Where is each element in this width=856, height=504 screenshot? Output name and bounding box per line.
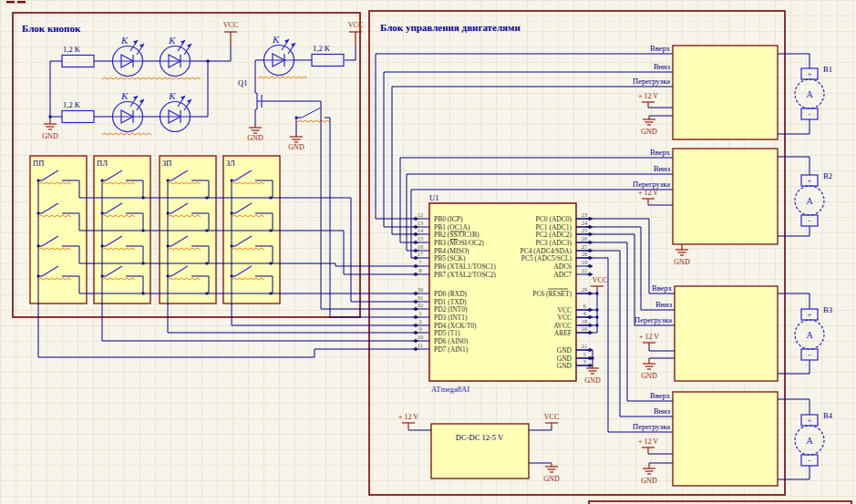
gnd-label: GND <box>288 143 304 151</box>
led-label: K <box>120 90 129 101</box>
gnd-label: GND <box>42 132 58 140</box>
dcdc-converter[interactable] <box>431 424 529 478</box>
mcu-pin-name: PB3 (MOSI/OC2) <box>434 239 484 247</box>
mcu-pin-number: 24 <box>582 220 588 226</box>
mcu-pin-number: 1 <box>418 310 421 316</box>
mcu-pin-name: AREF <box>554 329 572 337</box>
mcu-pin-number: 28 <box>582 251 588 257</box>
mcu-pin-number: 16 <box>418 243 424 250</box>
resistor-value: 1,2 K <box>63 100 81 109</box>
led-3[interactable]: K <box>113 90 145 132</box>
gnd-label: GND <box>641 128 657 136</box>
pin-marker-icon <box>413 324 418 327</box>
resistor-r2[interactable] <box>62 111 94 123</box>
junction-dot <box>142 293 145 295</box>
mcu-pin-number: 17 <box>418 251 424 257</box>
led-4[interactable]: K <box>160 90 192 132</box>
motor-b1[interactable]: + A - B1 <box>795 65 832 119</box>
gnd-label: GND <box>641 372 657 380</box>
led-arrowhead-icon <box>133 96 138 100</box>
mcu-pin-number: 10 <box>418 334 424 340</box>
junction-dot <box>37 275 40 278</box>
resistor-r3[interactable] <box>312 55 344 67</box>
pin-marker-icon <box>587 241 593 244</box>
motor-driver-3[interactable] <box>675 286 778 381</box>
driver2-down: Вниз <box>654 164 671 173</box>
gnd-label: GND <box>247 134 263 142</box>
led-arrowhead-icon <box>187 44 191 48</box>
switch-group-label: ПЛ <box>97 159 108 168</box>
led-5[interactable]: K <box>264 34 296 76</box>
mcu-pin-name: PC6 (RESET) <box>532 290 572 298</box>
driver3-up: Вверх <box>652 283 673 293</box>
mcu-pin-name: PC0 (ADC0) <box>536 215 572 223</box>
pin-marker-icon <box>587 256 593 260</box>
pin-marker-icon <box>587 217 593 221</box>
led-arrowhead-icon <box>187 99 191 104</box>
driver4-overload: Перегрузка <box>633 422 670 431</box>
switch-group-label: ЗЛ <box>226 159 235 168</box>
gnd-label: GND <box>674 258 690 266</box>
schematic-canvas[interactable]: KKKKK GNDGNDGNDGNDGNDGNDGNDGNDGND 12PB0 … <box>0 0 856 504</box>
resistor-value: 1,2 K <box>313 44 331 53</box>
pin-marker-icon <box>587 364 593 367</box>
motor-b3[interactable]: + A - B3 <box>795 305 832 360</box>
mcu-pin-number: 7 <box>418 259 422 265</box>
junction-dot <box>206 230 209 232</box>
switch-group-blocks[interactable] <box>30 156 280 303</box>
driver4-down: Вниз <box>654 406 671 416</box>
pin-marker-icon <box>587 264 593 268</box>
motor-plus: + <box>808 416 812 425</box>
v12-label: + 12 V <box>638 92 658 100</box>
erc-squiggle <box>258 77 307 78</box>
junction-dot <box>142 197 145 200</box>
mcu-pin-name: PB7 (XTAL2/TOSC2) <box>434 271 496 279</box>
gnd-symbol-icon: GND <box>674 244 690 266</box>
motor-symbol: A <box>806 436 813 446</box>
motor-b2[interactable]: + A - B2 <box>795 171 832 226</box>
mcu-pin-name: GND <box>557 346 572 355</box>
switch-group-label: ПП <box>33 159 44 168</box>
junction-dot <box>596 309 599 312</box>
mcu-pin-number: 26 <box>582 235 588 242</box>
mcu-pin-number: 4 <box>583 310 586 316</box>
mcu-pin-number: 22 <box>582 267 588 273</box>
driver2-overload: Перегрузка <box>633 180 670 189</box>
junction-dot <box>101 212 104 215</box>
led-arrowhead-icon <box>180 40 185 45</box>
led-arrowhead-icon <box>139 99 144 104</box>
motor-plus: + <box>808 69 812 78</box>
junction-dot <box>207 60 210 63</box>
motor-symbol: A <box>806 330 813 340</box>
junction-dot <box>167 212 170 215</box>
motor-ref: B4 <box>823 411 833 420</box>
junction-dot <box>167 275 170 278</box>
mcu-pin-number: 5 <box>583 351 585 357</box>
buttons-block-title: Блок кнопок <box>22 23 81 34</box>
junction-dot <box>167 180 170 182</box>
mcu-pin-name: PC2 (ADC2) <box>536 231 572 239</box>
pin-marker-icon <box>413 315 418 319</box>
motor-driver-1[interactable] <box>673 46 778 139</box>
junction-dot <box>101 275 104 278</box>
junction-dot <box>49 116 52 118</box>
mcu-pin-number: 3 <box>583 358 585 365</box>
push-switch[interactable] <box>295 108 330 118</box>
pin-marker-icon <box>587 308 593 312</box>
pin-marker-icon <box>413 264 418 268</box>
led-1[interactable]: K <box>113 35 145 77</box>
resistor-r1[interactable] <box>62 56 94 67</box>
mcu-pin-number: 29 <box>582 286 588 293</box>
motor-b4[interactable]: + A - B4 <box>795 411 833 466</box>
motor-driver-2[interactable] <box>673 149 778 244</box>
motor-ref: B1 <box>823 65 832 74</box>
led-arrowhead-icon <box>284 39 289 44</box>
junction-dot <box>206 293 209 295</box>
gnd-symbol-icon: GND <box>641 358 657 380</box>
led-2[interactable]: K <box>160 35 192 77</box>
mcu-ref: U1 <box>429 193 438 202</box>
motor-driver-4[interactable] <box>673 392 778 486</box>
driver2-up: Вверх <box>650 148 671 157</box>
junction-dot <box>37 212 40 215</box>
transistor-q1[interactable] <box>255 93 262 109</box>
